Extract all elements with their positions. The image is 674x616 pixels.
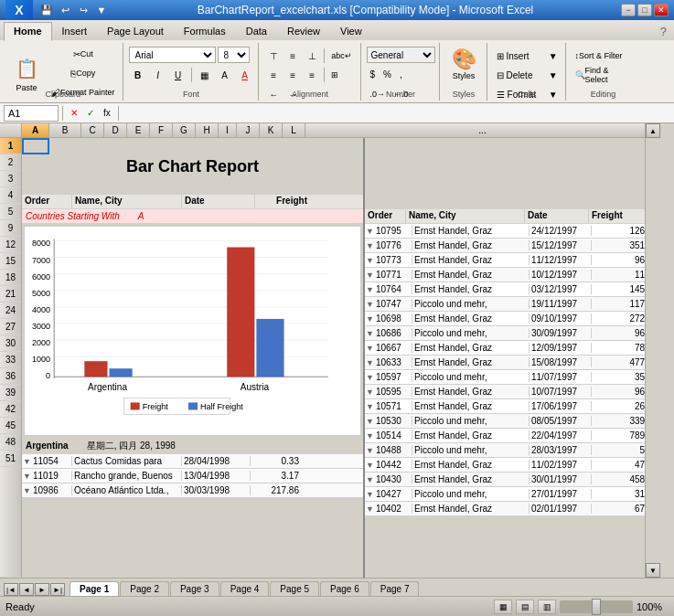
tab-review[interactable]: Review [277,22,330,40]
row-num-48[interactable]: 48 [0,434,21,451]
right-row-9[interactable]: ▼ 10633 Ernst Handel, Graz 15/08/1997 47… [365,356,659,370]
sort-filter-button[interactable]: ↕ Sort & Filter [572,47,636,65]
align-center-button[interactable]: ≡ [284,66,302,84]
bold-button[interactable]: B [129,66,147,84]
sheet-tab-2[interactable]: Page 2 [120,581,169,596]
sheet-tab-1[interactable]: Page 1 [70,581,119,596]
font-family-select[interactable]: Arial [129,47,216,63]
row-num-2[interactable]: 2 [0,154,21,171]
right-row-14[interactable]: ▼ 10514 Ernst Handel, Graz 22/04/1997 78… [365,429,659,443]
tab-last-btn[interactable]: ►| [50,583,65,596]
col-header-c[interactable]: C [81,123,104,137]
right-row-4[interactable]: ▼ 10764 Ernst Handel, Graz 03/12/1997 14… [365,282,659,297]
insert-button[interactable]: ⊞Insert▼ [493,47,562,65]
col-header-j[interactable]: J [237,123,260,137]
qat-dropdown[interactable]: ▼ [93,2,110,18]
formula-input[interactable] [123,105,670,122]
right-row-7[interactable]: ▼ 10686 Piccolo und mehr, 30/09/1997 96.… [365,326,659,341]
col-header-e[interactable]: E [127,123,150,137]
page-layout-view-btn[interactable]: ▤ [516,600,534,614]
tab-formulas[interactable]: Formulas [174,22,236,40]
copy-button[interactable]: ⎘ Copy [48,64,119,82]
insert-function-btn[interactable]: fx [100,104,114,122]
redo-qat-btn[interactable]: ↪ [75,2,91,18]
row-num-30[interactable]: 30 [0,335,21,352]
right-row-17[interactable]: ▼ 10430 Ernst Handel, Graz 30/01/1997 45… [365,473,659,487]
cut-button[interactable]: ✂ Cut [48,45,119,63]
col-header-f[interactable]: F [150,123,173,137]
sheet-tab-3[interactable]: Page 3 [170,581,219,596]
row-num-4[interactable]: 4 [0,187,21,204]
align-middle-button[interactable]: ≡ [284,47,302,65]
sheet-tab-4[interactable]: Page 4 [220,581,270,596]
col-header-k[interactable]: K [260,123,283,137]
undo-qat-btn[interactable]: ↩ [57,2,73,18]
right-row-2[interactable]: ▼ 10773 Ernst Handel, Graz 11/12/1997 96… [365,253,659,268]
tab-prev-btn[interactable]: ◄ [19,583,34,596]
right-row-8[interactable]: ▼ 10667 Ernst Handel, Graz 12/09/1997 78… [365,341,659,356]
find-select-button[interactable]: 🔍 Find & Select [572,66,636,84]
app-maximize-btn[interactable]: □ [637,4,652,16]
left-row-0[interactable]: ▼ 11054 Cactus Comidas para 28/04/1998 0… [22,454,363,469]
right-row-5[interactable]: ▼ 10747 Piccolo und mehr, 19/11/1997 117… [365,297,659,312]
tab-view[interactable]: View [330,22,372,40]
col-header-a[interactable]: A [22,123,49,137]
right-row-6[interactable]: ▼ 10698 Ernst Handel, Graz 09/10/1997 27… [365,312,659,326]
app-close-btn[interactable]: ✕ [654,4,669,16]
tab-next-btn[interactable]: ► [35,583,49,596]
currency-button[interactable]: $ [367,65,380,83]
page-break-view-btn[interactable]: ▥ [538,600,556,614]
align-left-button[interactable]: ≡ [264,66,283,84]
underline-button[interactable]: U [169,66,187,84]
row-num-27[interactable]: 27 [0,319,21,335]
app-minimize-btn[interactable]: − [621,4,636,16]
font-color-button[interactable]: A [236,66,254,84]
italic-button[interactable]: I [149,66,167,84]
row-num-5[interactable]: 5 [0,204,21,220]
left-row-2[interactable]: ▼ 10986 Océano Atlántico Ltda., 30/03/19… [22,483,363,498]
delete-button[interactable]: ⊟Delete▼ [493,66,562,84]
right-row-15[interactable]: ▼ 10488 Piccolo und mehr, 28/03/1997 5.2… [365,443,659,458]
right-row-19[interactable]: ▼ 10402 Ernst Handel, Graz 02/01/1997 67… [365,502,659,516]
save-qat-btn[interactable]: 💾 [38,2,55,18]
row-num-12[interactable]: 12 [0,237,21,253]
row-num-36[interactable]: 36 [0,368,21,385]
normal-view-btn[interactable]: ▦ [494,600,512,614]
sheet-tab-7[interactable]: Page 7 [370,581,420,596]
col-header-more[interactable]: ... [305,123,659,137]
col-header-b[interactable]: B [49,123,81,137]
right-row-3[interactable]: ▼ 10771 Ernst Handel, Graz 10/12/1997 11… [365,268,659,282]
font-size-select[interactable]: 8 [218,47,250,63]
col-header-l[interactable]: L [283,123,305,137]
right-row-12[interactable]: ▼ 10571 Ernst Handel, Graz 17/06/1997 26… [365,399,659,414]
fill-color-button[interactable]: A [216,66,234,84]
scroll-up-btn[interactable]: ▲ [646,123,660,138]
right-row-18[interactable]: ▼ 10427 Piccolo und mehr, 27/01/1997 31.… [365,487,659,502]
percent-button[interactable]: % [380,65,395,83]
paste-button[interactable]: 📋 Paste [7,51,46,95]
col-header-d[interactable]: D [104,123,127,137]
right-row-1[interactable]: ▼ 10776 Ernst Handel, Graz 15/12/1997 35… [365,239,659,253]
scroll-down-btn[interactable]: ▼ [646,563,660,578]
row-num-15[interactable]: 15 [0,253,21,270]
row-num-18[interactable]: 18 [0,270,21,286]
zoom-slider[interactable] [560,600,633,613]
chart-area[interactable]: 8000 7000 6000 5000 4000 3000 2000 1000 … [24,226,361,436]
row-num-42[interactable]: 42 [0,401,21,418]
tab-data[interactable]: Data [236,22,277,40]
styles-button[interactable]: 🎨 Styles [447,45,481,83]
align-bottom-button[interactable]: ⊥ [303,47,321,65]
confirm-formula-btn[interactable]: ✓ [83,104,98,122]
help-btn[interactable]: ? [655,25,672,38]
tab-page-layout[interactable]: Page Layout [97,22,174,40]
right-row-10[interactable]: ▼ 10597 Piccolo und mehr, 11/07/1997 35.… [365,370,659,385]
col-header-h[interactable]: H [196,123,219,137]
right-row-13[interactable]: ▼ 10530 Piccolo und mehr, 08/05/1997 339… [365,414,659,429]
align-top-button[interactable]: ⊤ [264,47,283,65]
cell-reference-box[interactable] [4,105,59,122]
row-num-9[interactable]: 9 [0,220,21,237]
sheet-tab-6[interactable]: Page 6 [320,581,369,596]
right-row-11[interactable]: ▼ 10595 Ernst Handel, Graz 10/07/1997 96… [365,385,659,399]
wrap-text-button[interactable]: abc↵ [327,47,356,65]
merge-button[interactable]: ⊞ [327,66,342,84]
